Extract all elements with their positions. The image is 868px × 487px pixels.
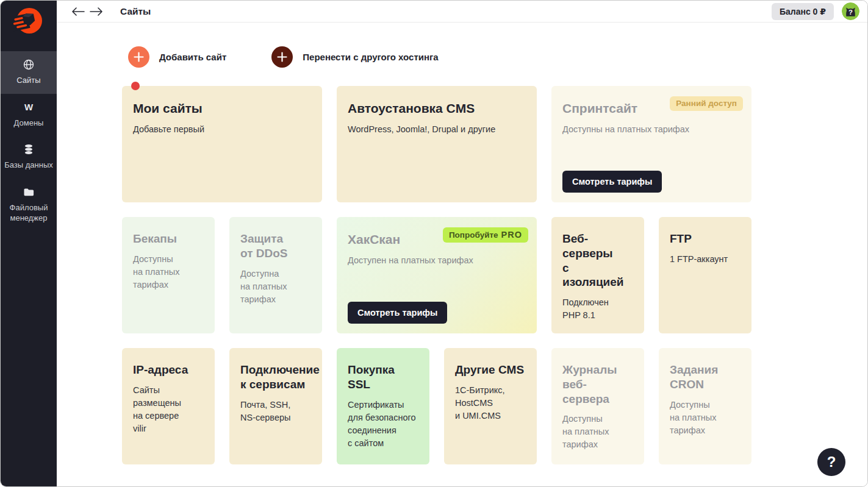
card-web-servers[interactable]: Веб-серверы с изоляцией Подключен PHP 8.… [551, 217, 644, 333]
card-title: Журналы веб-сервера [562, 363, 633, 406]
app-window: Сайты W Домены Базы данных Файловый мене… [0, 0, 868, 487]
card-subtitle: Сертификаты для безопасного соединения с… [348, 399, 418, 450]
card-other-cms[interactable]: Другие CMS 1С-Битрикс, HostCMS и UMI.CMS [444, 348, 537, 464]
sidebar-item-label: Базы данных [4, 160, 53, 169]
card-title: Защита от DDoS [240, 232, 311, 261]
card-title: FTP [670, 232, 741, 246]
card-ip-addresses[interactable]: IP-адреса Сайты размещены на сервере vil… [122, 348, 215, 464]
cat-avatar-icon: ? [842, 2, 859, 20]
actions-row: Добавить сайт Перенести с другого хостин… [128, 46, 867, 68]
forward-button[interactable] [87, 4, 106, 19]
card-sprintsite[interactable]: Спринтсайт Доступны на платных тарифах Р… [551, 86, 751, 202]
main-area: Сайты Баланс 0 ₽ ? Добавить сайт Перенес… [57, 1, 867, 486]
sidebar-item-label: Файловый менеджер [10, 203, 48, 223]
plus-icon [271, 46, 293, 68]
sidebar-item-sites[interactable]: Сайты [1, 51, 57, 94]
sidebar-item-label: Сайты [16, 76, 40, 85]
plus-icon [128, 46, 149, 68]
add-site-button[interactable]: Добавить сайт [128, 46, 226, 68]
card-subtitle: Доступны на платных тарифах [670, 399, 741, 437]
card-subtitle: Почта, SSH, NS-серверы [240, 399, 311, 424]
arrow-left-icon [71, 7, 85, 16]
cards-grid: Мои сайты Добавьте первый Автоустановка … [122, 86, 867, 464]
card-title: IP-адреса [133, 363, 204, 377]
help-button[interactable]: ? [817, 448, 845, 476]
w-icon: W [4, 101, 53, 113]
transfer-site-button[interactable]: Перенести с другого хостинга [271, 46, 438, 68]
card-title: Подключение к сервисам [240, 363, 311, 392]
card-subtitle: Добавьте первый [133, 123, 311, 136]
card-title: Покупка SSL [348, 363, 418, 392]
balance-button[interactable]: Баланс 0 ₽ [772, 3, 834, 20]
card-subtitle: Доступны на платных тарифах [133, 253, 204, 291]
card-subtitle: 1С-Битрикс, HostCMS и UMI.CMS [455, 384, 526, 422]
card-ssl-purchase[interactable]: Покупка SSL Сертификаты для безопасного … [337, 348, 429, 464]
card-subtitle: Доступен на платных тарифах [348, 254, 526, 267]
sprintsite-badge: Ранний доступ [670, 96, 743, 111]
card-subtitle: 1 FTP-аккаунт [670, 253, 741, 266]
card-subtitle: WordPress, Joomla!, Drupal и другие [348, 123, 526, 136]
view-tariffs-button[interactable]: Смотреть тарифы [348, 302, 447, 324]
topbar: Сайты Баланс 0 ₽ ? [57, 1, 867, 23]
arrow-right-icon [90, 7, 103, 16]
card-cron-tasks[interactable]: Задания CRON Доступны на платных тарифах [659, 348, 751, 464]
svg-text:?: ? [848, 9, 853, 16]
content: Добавить сайт Перенести с другого хостин… [57, 23, 867, 464]
database-icon [4, 143, 53, 155]
card-title: Автоустановка CMS [348, 101, 526, 116]
globe-icon [4, 59, 53, 71]
app-logo[interactable] [13, 5, 45, 37]
card-ddos-protection[interactable]: Защита от DDoS Доступна на платных тариф… [229, 217, 322, 333]
card-subtitle: Сайты размещены на сервере vilir [133, 384, 204, 435]
back-button[interactable] [69, 4, 87, 19]
action-label: Перенести с другого хостинга [303, 52, 438, 62]
card-title: Задания CRON [670, 363, 741, 392]
card-title: Мои сайты [133, 101, 311, 116]
sidebar-item-file-manager[interactable]: Файловый менеджер [1, 179, 57, 232]
notification-dot [131, 82, 140, 90]
folder-icon [4, 186, 53, 198]
card-backups[interactable]: Бекапы Доступны на платных тарифах [122, 217, 215, 333]
hackscan-badge: ПопробуйтеPRO [443, 227, 528, 243]
sidebar-item-label: Домены [14, 118, 44, 127]
card-title: Бекапы [133, 232, 204, 246]
card-title: Другие CMS [455, 363, 526, 377]
card-cms-autoinstall[interactable]: Автоустановка CMS WordPress, Joomla!, Dr… [337, 86, 537, 202]
card-subtitle: Подключен PHP 8.1 [562, 296, 633, 322]
card-web-server-logs[interactable]: Журналы веб-сервера Доступны на платных … [551, 348, 644, 464]
card-subtitle: Доступна на платных тарифах [240, 268, 311, 306]
view-tariffs-button[interactable]: Смотреть тарифы [562, 171, 662, 193]
rocket-box-logo-icon [13, 5, 45, 37]
avatar[interactable]: ? [842, 2, 859, 20]
card-subtitle: Доступны на платных тарифах [562, 413, 633, 451]
sidebar-item-domains[interactable]: W Домены [1, 94, 57, 137]
card-subtitle: Доступны на платных тарифах [562, 123, 741, 136]
page-title: Сайты [120, 6, 151, 17]
action-label: Добавить сайт [159, 52, 226, 62]
card-hackscan[interactable]: ХакСкан Доступен на платных тарифах Попр… [337, 217, 537, 333]
card-title: Веб-серверы с изоляцией [562, 232, 633, 290]
sidebar-nav: Сайты W Домены Базы данных Файловый мене… [1, 51, 57, 232]
card-ftp[interactable]: FTP 1 FTP-аккаунт [659, 217, 751, 333]
card-services-connect[interactable]: Подключение к сервисам Почта, SSH, NS-се… [229, 348, 322, 464]
sidebar: Сайты W Домены Базы данных Файловый мене… [1, 1, 57, 486]
sidebar-item-databases[interactable]: Базы данных [1, 136, 57, 179]
card-my-sites[interactable]: Мои сайты Добавьте первый [122, 86, 322, 202]
